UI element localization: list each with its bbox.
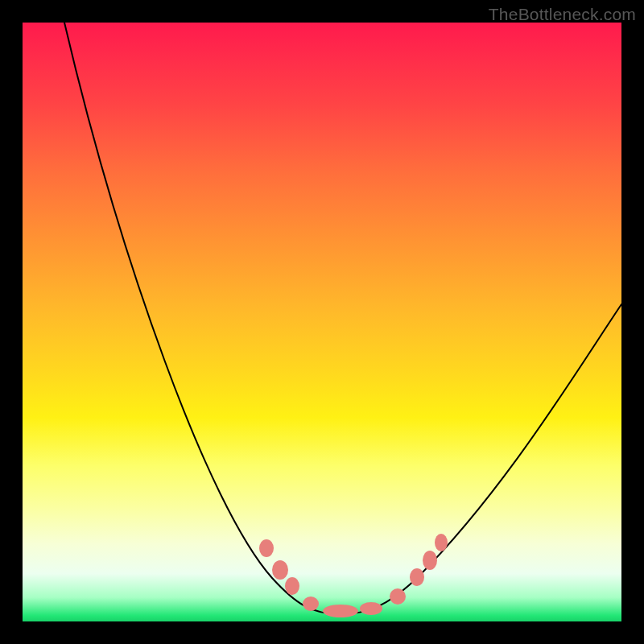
curve-marker	[259, 539, 274, 557]
curve-marker	[390, 588, 406, 605]
chart-frame: TheBottleneck.com	[0, 0, 644, 644]
curve-marker	[303, 597, 319, 611]
curve-marker	[323, 605, 358, 617]
curve-marker	[410, 568, 424, 586]
curve-marker	[360, 602, 382, 615]
curve-line	[64, 23, 621, 614]
curve-markers	[259, 534, 448, 617]
plot-area	[23, 23, 621, 621]
curve-marker	[272, 560, 288, 580]
bottleneck-curve	[23, 23, 621, 621]
curve-marker	[435, 534, 448, 551]
attribution-watermark: TheBottleneck.com	[489, 5, 636, 24]
curve-marker	[285, 577, 299, 595]
curve-marker	[423, 551, 437, 570]
